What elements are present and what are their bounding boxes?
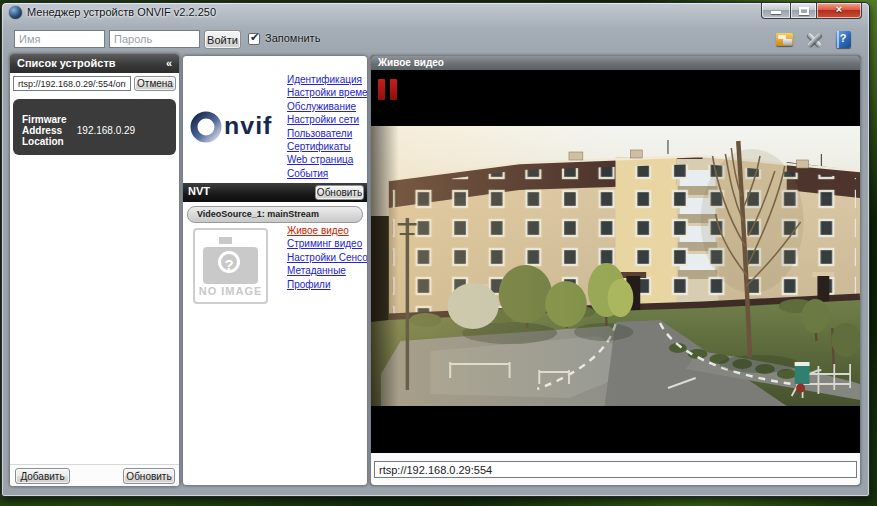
app-icon xyxy=(9,6,22,19)
toolbar-icons: ? xyxy=(775,30,853,48)
link-sensor-settings[interactable]: Настройки Сенсора xyxy=(287,251,368,264)
onvif-logo-text: nvif xyxy=(224,113,272,140)
link-events[interactable]: События xyxy=(287,167,368,180)
nvt-title: NVT xyxy=(188,185,210,197)
pause-icon[interactable] xyxy=(378,79,398,100)
device-detail-panel: nvif Идентификация Настройки времени Обс… xyxy=(182,55,368,486)
help-icon[interactable]: ? xyxy=(833,30,853,48)
onvif-logo-ring xyxy=(190,108,226,144)
username-input[interactable] xyxy=(14,30,105,48)
device-list-title: Список устройств xyxy=(17,54,116,73)
link-web-page[interactable]: Web страница xyxy=(287,153,368,166)
window-controls: × xyxy=(761,3,862,19)
link-metadata[interactable]: Метаданные xyxy=(287,264,368,277)
app-window: Менеджер устройств ONVIF v2.2.250 × Войт… xyxy=(1,2,870,497)
link-network-settings[interactable]: Настройки сети xyxy=(287,113,368,126)
question-glyph: ? xyxy=(224,256,233,273)
nvt-refresh-button[interactable]: Обновить xyxy=(315,185,364,200)
preferences-icon-body xyxy=(776,33,793,46)
device-list-header: Список устройств « xyxy=(10,54,179,73)
link-maintenance[interactable]: Обслуживание xyxy=(287,100,368,113)
tools-icon[interactable] xyxy=(804,30,824,48)
camera-icon: ? xyxy=(203,247,258,284)
preferences-icon[interactable] xyxy=(775,30,795,48)
camera-flash-icon xyxy=(219,237,232,244)
close-button[interactable]: × xyxy=(817,3,862,19)
device-list-item[interactable]: Firmware Address 192.168.0.29 Location xyxy=(13,99,176,155)
collapse-panel-button[interactable]: « xyxy=(166,54,172,73)
device-address-input[interactable] xyxy=(13,76,131,91)
no-image-label: NO IMAGE xyxy=(195,285,266,297)
stream-links: Живое видео Стриминг видео Настройки Сен… xyxy=(287,224,368,291)
window-title: Менеджер устройств ONVIF v2.2.250 xyxy=(27,6,216,18)
live-video-panel: Живое видео xyxy=(370,55,861,486)
help-question-glyph: ? xyxy=(833,32,853,44)
remember-checkbox[interactable] xyxy=(248,33,260,45)
no-image-placeholder: ? NO IMAGE xyxy=(193,228,268,304)
cancel-button[interactable]: Отмена xyxy=(134,76,176,91)
link-identification[interactable]: Идентификация xyxy=(287,73,368,86)
device-address-row: Отмена xyxy=(10,73,179,93)
refresh-devices-button[interactable]: Обновить xyxy=(123,468,175,484)
link-live-video[interactable]: Живое видео xyxy=(287,224,368,237)
close-icon: × xyxy=(817,3,861,15)
firmware-label: Firmware xyxy=(22,114,74,125)
video-source-select[interactable]: VideoSource_1: mainStream xyxy=(187,206,363,223)
camera-lens-icon: ? xyxy=(218,251,240,273)
link-users[interactable]: Пользователи xyxy=(287,127,368,140)
nvt-section-header: NVT Обновить xyxy=(183,183,367,202)
stream-url-input[interactable] xyxy=(374,461,857,478)
address-value: 192.168.0.29 xyxy=(77,125,135,136)
live-video-frame xyxy=(371,126,860,406)
live-video-header: Живое видео xyxy=(371,56,860,70)
login-button[interactable]: Войти xyxy=(204,30,241,49)
link-certificates[interactable]: Сертификаты xyxy=(287,140,368,153)
maximize-icon xyxy=(799,7,809,15)
location-label: Location xyxy=(22,136,74,147)
stream-url-bar xyxy=(371,453,860,485)
remember-label: Запомнить xyxy=(265,32,320,44)
onvif-logo: nvif xyxy=(190,108,282,144)
login-bar: Войти Запомнить ? xyxy=(2,29,869,51)
minimize-icon xyxy=(771,11,781,14)
courtyard-scene xyxy=(371,126,860,406)
link-video-streaming[interactable]: Стриминг видео xyxy=(287,237,368,250)
address-label: Address xyxy=(22,125,74,136)
desktop: { "window": { "title": "Менеджер устройс… xyxy=(0,0,877,506)
minimize-button[interactable] xyxy=(761,3,790,19)
device-list-panel: Список устройств « Отмена Firmware Addre… xyxy=(9,53,180,487)
link-profiles[interactable]: Профили xyxy=(287,278,368,291)
titlebar[interactable]: Менеджер устройств ONVIF v2.2.250 × xyxy=(2,3,869,23)
device-list-footer: Добавить Обновить xyxy=(10,464,179,486)
add-device-button[interactable]: Добавить xyxy=(15,468,70,484)
live-video-title: Живое видео xyxy=(378,57,444,68)
maximize-button[interactable] xyxy=(790,3,817,19)
device-settings-links: Идентификация Настройки времени Обслужив… xyxy=(287,73,368,180)
password-input[interactable] xyxy=(109,30,200,48)
video-stage[interactable] xyxy=(371,70,860,453)
link-time-settings[interactable]: Настройки времени xyxy=(287,86,368,99)
